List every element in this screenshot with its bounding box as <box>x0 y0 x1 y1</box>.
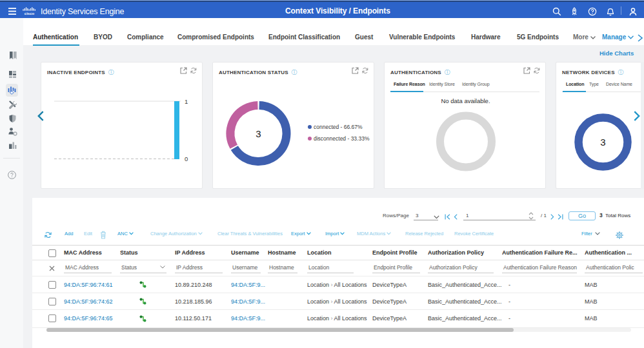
svg-text:1: 1 <box>185 98 188 105</box>
svg-text:connected - 66.67%: connected - 66.67% <box>314 124 363 130</box>
svg-text:cisco: cisco <box>25 12 35 15</box>
svg-text:3: 3 <box>256 128 261 139</box>
svg-text:3: 3 <box>600 137 605 148</box>
svg-text:disconnected - 33.33%: disconnected - 33.33% <box>314 135 370 142</box>
svg-text:0: 0 <box>185 155 188 162</box>
